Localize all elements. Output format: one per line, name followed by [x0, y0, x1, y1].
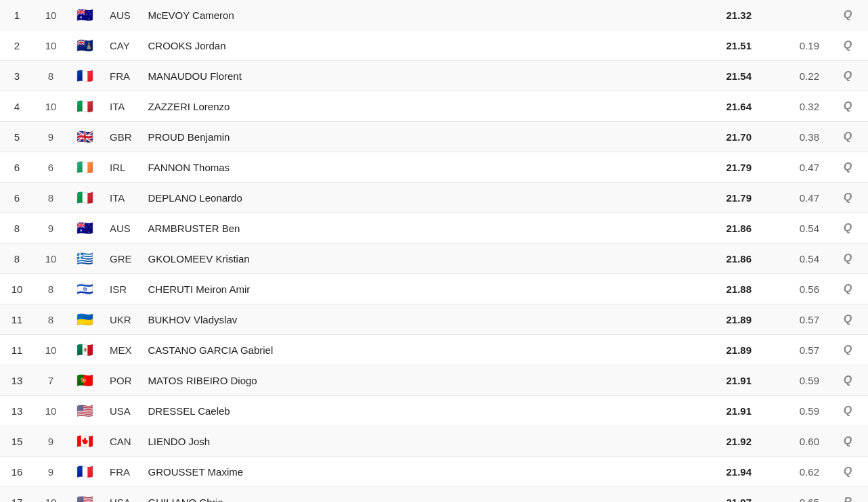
- flag-icon: 🇦🇺: [77, 221, 93, 235]
- flag-cell: 🇵🇹: [68, 365, 102, 396]
- time-cell: 21.89: [678, 304, 760, 335]
- flag-cell: 🇰🇾: [68, 30, 102, 61]
- time-cell: 21.89: [678, 335, 760, 365]
- flag-cell: 🇺🇦: [68, 304, 102, 335]
- diff-cell: [760, 0, 827, 30]
- qual-cell: Q: [827, 0, 868, 30]
- table-row: 5 9 🇬🇧 GBR PROUD Benjamin 21.70 0.38 Q: [0, 122, 868, 152]
- table-row: 11 8 🇺🇦 UKR BUKHOV Vladyslav 21.89 0.57 …: [0, 304, 868, 335]
- lane-cell: 10: [34, 335, 68, 365]
- flag-cell: 🇬🇷: [68, 244, 102, 274]
- rank-cell: 2: [0, 30, 34, 61]
- lane-cell: 10: [34, 0, 68, 30]
- table-row: 4 10 🇮🇹 ITA ZAZZERI Lorenzo 21.64 0.32 Q: [0, 91, 868, 122]
- name-cell: McEVOY Cameron: [140, 0, 678, 30]
- rank-cell: 11: [0, 335, 34, 365]
- rank-cell: 15: [0, 426, 34, 457]
- name-cell: FANNON Thomas: [140, 152, 678, 183]
- qual-cell: Q: [827, 274, 868, 304]
- flag-icon: 🇺🇸: [77, 403, 93, 418]
- flag-icon: 🇦🇺: [77, 7, 93, 22]
- diff-cell: 0.57: [760, 304, 827, 335]
- table-row: 11 10 🇲🇽 MEX CASTANO GARCIA Gabriel 21.8…: [0, 335, 868, 365]
- flag-icon: 🇮🇹: [77, 99, 93, 114]
- diff-cell: 0.65: [760, 487, 827, 503]
- lane-cell: 10: [34, 244, 68, 274]
- time-cell: 21.91: [678, 365, 760, 396]
- flag-cell: 🇦🇺: [68, 213, 102, 244]
- name-cell: MATOS RIBEIRO Diogo: [140, 365, 678, 396]
- time-cell: 21.88: [678, 274, 760, 304]
- flag-icon: 🇨🇦: [77, 434, 93, 449]
- flag-cell: 🇦🇺: [68, 0, 102, 30]
- flag-icon: 🇮🇹: [77, 190, 93, 205]
- country-cell: AUS: [102, 213, 140, 244]
- lane-cell: 8: [34, 304, 68, 335]
- flag-icon: 🇮🇱: [77, 281, 93, 296]
- table-row: 15 9 🇨🇦 CAN LIENDO Josh 21.92 0.60 Q: [0, 426, 868, 457]
- diff-cell: 0.32: [760, 91, 827, 122]
- table-row: 6 8 🇮🇹 ITA DEPLANO Leonardo 21.79 0.47 Q: [0, 183, 868, 213]
- lane-cell: 9: [34, 122, 68, 152]
- lane-cell: 10: [34, 30, 68, 61]
- rank-cell: 3: [0, 61, 34, 91]
- lane-cell: 8: [34, 61, 68, 91]
- country-cell: ITA: [102, 183, 140, 213]
- table-row: 2 10 🇰🇾 CAY CROOKS Jordan 21.51 0.19 Q: [0, 30, 868, 61]
- table-row: 17 10 🇺🇸 USA GUILIANO Chris 21.97 0.65 R: [0, 487, 868, 503]
- country-cell: ISR: [102, 274, 140, 304]
- qual-cell: Q: [827, 122, 868, 152]
- country-cell: CAY: [102, 30, 140, 61]
- flag-icon: 🇰🇾: [77, 38, 93, 53]
- name-cell: PROUD Benjamin: [140, 122, 678, 152]
- diff-cell: 0.47: [760, 183, 827, 213]
- table-row: 1 10 🇦🇺 AUS McEVOY Cameron 21.32 Q: [0, 0, 868, 30]
- lane-cell: 9: [34, 457, 68, 487]
- time-cell: 21.86: [678, 244, 760, 274]
- diff-cell: 0.38: [760, 122, 827, 152]
- diff-cell: 0.62: [760, 457, 827, 487]
- flag-icon: 🇺🇦: [77, 312, 93, 327]
- diff-cell: 0.59: [760, 396, 827, 426]
- qual-cell: Q: [827, 30, 868, 61]
- qual-cell: Q: [827, 244, 868, 274]
- qual-cell: Q: [827, 91, 868, 122]
- lane-cell: 6: [34, 152, 68, 183]
- name-cell: BUKHOV Vladyslav: [140, 304, 678, 335]
- qual-cell: Q: [827, 152, 868, 183]
- flag-cell: 🇮🇪: [68, 152, 102, 183]
- name-cell: GROUSSET Maxime: [140, 457, 678, 487]
- table-row: 10 8 🇮🇱 ISR CHERUTI Meiron Amir 21.88 0.…: [0, 274, 868, 304]
- country-cell: MEX: [102, 335, 140, 365]
- country-cell: POR: [102, 365, 140, 396]
- diff-cell: 0.47: [760, 152, 827, 183]
- diff-cell: 0.19: [760, 30, 827, 61]
- rank-cell: 4: [0, 91, 34, 122]
- country-cell: IRL: [102, 152, 140, 183]
- table-row: 3 8 🇫🇷 FRA MANAUDOU Florent 21.54 0.22 Q: [0, 61, 868, 91]
- country-cell: FRA: [102, 457, 140, 487]
- rank-cell: 5: [0, 122, 34, 152]
- rank-cell: 6: [0, 183, 34, 213]
- country-cell: GRE: [102, 244, 140, 274]
- qual-cell: Q: [827, 213, 868, 244]
- rank-cell: 8: [0, 213, 34, 244]
- flag-icon: 🇮🇪: [77, 160, 93, 175]
- qual-cell: R: [827, 487, 868, 503]
- flag-cell: 🇮🇹: [68, 183, 102, 213]
- country-cell: USA: [102, 396, 140, 426]
- time-cell: 21.70: [678, 122, 760, 152]
- name-cell: ZAZZERI Lorenzo: [140, 91, 678, 122]
- name-cell: DRESSEL Caeleb: [140, 396, 678, 426]
- qual-cell: Q: [827, 61, 868, 91]
- lane-cell: 10: [34, 487, 68, 503]
- country-cell: CAN: [102, 426, 140, 457]
- flag-icon: 🇫🇷: [77, 464, 93, 479]
- flag-cell: 🇬🇧: [68, 122, 102, 152]
- flag-icon: 🇬🇧: [77, 129, 93, 144]
- diff-cell: 0.54: [760, 213, 827, 244]
- country-cell: AUS: [102, 0, 140, 30]
- qual-cell: Q: [827, 457, 868, 487]
- name-cell: CASTANO GARCIA Gabriel: [140, 335, 678, 365]
- flag-icon: 🇲🇽: [77, 342, 93, 357]
